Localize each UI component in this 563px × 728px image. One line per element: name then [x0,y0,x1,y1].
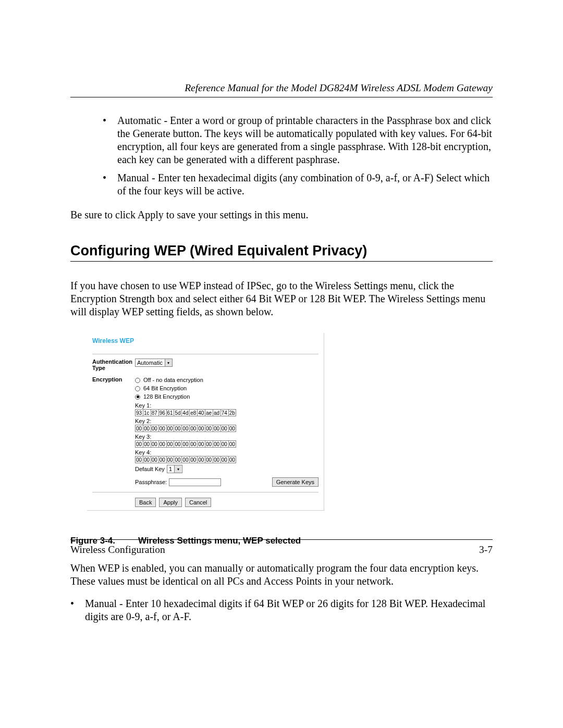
key3-row[interactable]: 00000000000000000000000000 [135,440,319,448]
hex-cell[interactable]: 00 [228,456,236,463]
auth-type-select[interactable]: Automatic ▾ [135,359,173,367]
hex-cell[interactable]: 00 [143,440,151,448]
wep-screenshot: Wireless WEP Authentication Type Automat… [87,333,324,511]
chevron-down-icon: ▾ [165,359,172,366]
radio-icon [135,394,140,400]
hex-cell[interactable]: 00 [213,425,221,432]
footer-right: 3-7 [479,544,493,556]
hex-cell[interactable]: 00 [166,425,174,432]
key4-row[interactable]: 00000000000000000000000000 [135,456,319,463]
screenshot-title: Wireless WEP [92,337,319,344]
hex-cell[interactable]: 00 [213,456,221,463]
hex-cell[interactable]: 00 [135,456,143,463]
hex-cell[interactable]: 00 [205,440,213,448]
header-rule [70,97,493,97]
hex-cell[interactable]: 00 [158,425,166,432]
hex-cell[interactable]: 61 [166,409,174,416]
radio-icon [135,386,140,391]
hex-cell[interactable]: 87 [151,409,158,416]
hex-cell[interactable]: 00 [174,425,181,432]
bullet-automatic: Automatic - Enter a word or group of pri… [103,114,493,166]
hex-cell[interactable]: 00 [166,456,174,463]
radio-icon [135,378,140,383]
hex-cell[interactable]: 00 [221,440,228,448]
hex-cell[interactable]: 00 [189,425,197,432]
hex-cell[interactable]: 00 [135,440,143,448]
hex-cell[interactable]: 00 [221,425,228,432]
section-rule [70,261,493,262]
back-button[interactable]: Back [135,498,156,507]
key2-row[interactable]: 00000000000000000000000000 [135,425,319,432]
footer-rule [70,539,493,540]
running-head: Reference Manual for the Model DG824M Wi… [70,82,493,97]
enc-opt-off-label: Off - no data encryption [143,376,203,384]
hex-cell[interactable]: 00 [189,456,197,463]
chevron-down-icon: ▾ [174,465,181,473]
hex-cell[interactable]: 00 [228,425,236,432]
hex-cell[interactable]: 00 [197,456,205,463]
hex-cell[interactable]: ae [205,409,213,416]
hex-cell[interactable]: 00 [135,425,143,432]
hex-cell[interactable]: 2b [228,409,236,416]
encryption-label: Encryption [92,376,135,382]
hex-cell[interactable]: 93 [135,409,143,416]
hex-cell[interactable]: 00 [205,456,213,463]
passphrase-label: Passphrase: [135,479,167,485]
hex-cell[interactable]: 00 [158,456,166,463]
hex-cell[interactable]: 00 [189,440,197,448]
key3-label: Key 3: [135,434,319,440]
bullet-manual-lower: Manual - Enter 10 hexadecimal digits if … [70,597,493,623]
key4-label: Key 4: [135,449,319,455]
hex-cell[interactable]: 00 [197,425,205,432]
apply-button[interactable]: Apply [159,498,182,507]
hex-cell[interactable]: 40 [197,409,205,416]
default-key-value: 1 [169,466,172,472]
hex-cell[interactable]: 00 [174,440,181,448]
enc-opt-64[interactable]: 64 Bit Encryption [135,385,319,392]
cancel-button[interactable]: Cancel [185,498,211,507]
hex-cell[interactable]: 5d [174,409,181,416]
after-figure-paragraph: When WEP is enabled, you can manually or… [70,562,493,588]
hex-cell[interactable]: 00 [143,425,151,432]
hex-cell[interactable]: 00 [143,456,151,463]
hex-cell[interactable]: 00 [151,440,158,448]
hex-cell[interactable]: 00 [181,440,189,448]
hex-cell[interactable]: 00 [221,456,228,463]
bullet-manual-top: Manual - Enter ten hexadecimal digits (a… [103,171,493,198]
hex-cell[interactable]: e8 [189,409,197,416]
default-key-label: Default Key [135,466,165,472]
screenshot-sep-2 [92,492,319,492]
hex-cell[interactable]: 4d [181,409,189,416]
footer-left: Wireless Configuration [70,544,165,556]
hex-cell[interactable]: 96 [158,409,166,416]
default-key-select[interactable]: 1 ▾ [167,465,182,473]
key2-label: Key 2: [135,418,319,424]
generate-keys-button[interactable]: Generate Keys [272,477,319,487]
hex-cell[interactable]: 00 [174,456,181,463]
auth-type-value: Automatic [137,360,163,366]
key1-label: Key 1: [135,402,319,409]
hex-cell[interactable]: 00 [205,425,213,432]
hex-cell[interactable]: 00 [151,456,158,463]
enc-opt-off[interactable]: Off - no data encryption [135,376,319,384]
auth-type-label: Authentication Type [92,359,135,371]
hex-cell[interactable]: 1c [143,409,151,416]
hex-cell[interactable]: 00 [151,425,158,432]
apply-note: Be sure to click Apply to save your sett… [70,209,493,221]
screenshot-sep-1 [92,354,319,354]
enc-opt-64-label: 64 Bit Encryption [143,385,187,392]
hex-cell[interactable]: 00 [166,440,174,448]
hex-cell[interactable]: 00 [181,456,189,463]
section-heading: Configuring WEP (Wired Equivalent Privac… [70,243,493,259]
hex-cell[interactable]: 00 [181,425,189,432]
hex-cell[interactable]: 00 [158,440,166,448]
enc-opt-128-label: 128 Bit Encryption [143,393,190,401]
passphrase-input[interactable] [169,478,221,486]
enc-opt-128[interactable]: 128 Bit Encryption [135,393,319,401]
hex-cell[interactable]: 74 [221,409,228,416]
hex-cell[interactable]: ad [213,409,221,416]
key1-row[interactable]: 931c8796615d4de840aead742b [135,409,319,416]
hex-cell[interactable]: 00 [228,440,236,448]
hex-cell[interactable]: 00 [213,440,221,448]
hex-cell[interactable]: 00 [197,440,205,448]
